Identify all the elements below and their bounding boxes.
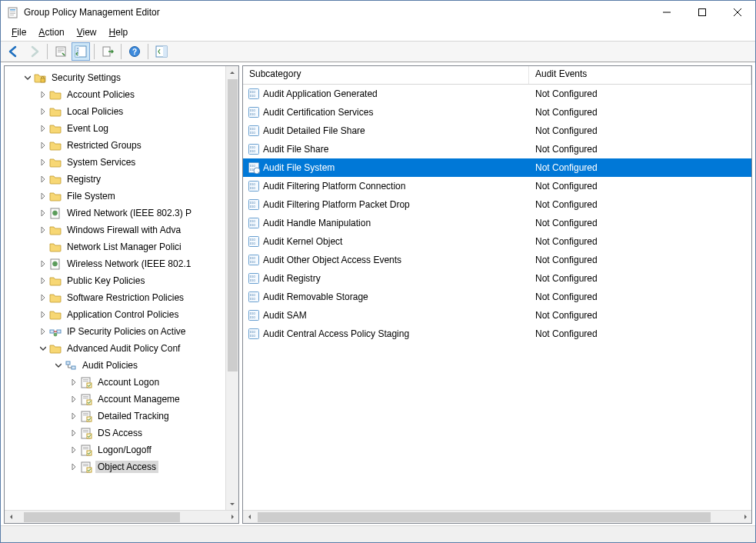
scroll-left-button[interactable]	[243, 511, 256, 524]
expand-toggle-icon[interactable]	[37, 207, 49, 219]
tree-item[interactable]: DS Access	[5, 425, 225, 441]
tree-item[interactable]: Advanced Audit Policy Conf	[5, 340, 225, 357]
tree-item-security-settings[interactable]: Security Settings	[5, 69, 225, 86]
tree-item[interactable]: Audit Policies	[5, 357, 225, 374]
list-row[interactable]: Audit File SystemNot Configured	[243, 158, 751, 177]
expand-toggle-icon[interactable]	[37, 105, 49, 118]
list-row[interactable]: Audit Kernel ObjectNot Configured	[243, 232, 751, 251]
tree-item[interactable]: Application Control Policies	[5, 306, 225, 323]
tree-item[interactable]: Logon/Logoff	[5, 441, 225, 458]
list-row[interactable]: Audit Filtering Platform Packet DropNot …	[243, 195, 751, 214]
list-row[interactable]: Audit Application GeneratedNot Configure…	[243, 85, 751, 103]
scroll-track[interactable]	[18, 511, 225, 524]
menu-view[interactable]: View	[71, 25, 103, 39]
column-subcategory[interactable]: Subcategory	[243, 66, 529, 84]
tree-item[interactable]: Wired Network (IEEE 802.3) P	[5, 205, 225, 222]
tree-item[interactable]: Network List Manager Polici	[5, 238, 225, 255]
expand-toggle-icon[interactable]	[68, 376, 80, 388]
scroll-track[interactable]	[256, 511, 738, 524]
titlebar[interactable]: Group Policy Management Editor	[1, 1, 755, 24]
tree-item[interactable]: Wireless Network (IEEE 802.1	[5, 255, 225, 272]
expand-toggle-icon[interactable]	[37, 122, 49, 135]
tree-item[interactable]: Software Restriction Policies	[5, 289, 225, 306]
list-row-status: Not Configured	[529, 218, 751, 228]
tree-vertical-scrollbar[interactable]	[225, 66, 238, 510]
list-row[interactable]: Audit Detailed File ShareNot Configured	[243, 122, 751, 140]
list-row[interactable]: Audit Other Object Access EventsNot Conf…	[243, 251, 751, 269]
tree-item-label: Windows Firewall with Adva	[65, 224, 183, 236]
expand-toggle-icon[interactable]	[37, 224, 49, 236]
list-row[interactable]: Audit File ShareNot Configured	[243, 140, 751, 158]
tree-item[interactable]: File System	[5, 188, 225, 205]
toolbar-action-pane-button[interactable]	[152, 42, 171, 61]
scroll-thumb[interactable]	[24, 512, 180, 522]
expand-toggle-icon[interactable]	[37, 190, 49, 202]
list-row[interactable]: Audit RegistryNot Configured	[243, 269, 751, 288]
scroll-up-button[interactable]	[226, 66, 238, 79]
tree-scroll[interactable]: Security SettingsAccount PoliciesLocal P…	[5, 66, 225, 510]
toolbar-export-list-button[interactable]	[98, 42, 117, 61]
expand-toggle-icon[interactable]	[37, 258, 49, 270]
scroll-left-button[interactable]	[5, 511, 18, 524]
tree-item[interactable]: Event Log	[5, 120, 225, 137]
expand-toggle-icon[interactable]	[37, 342, 49, 355]
tree-item[interactable]: Registry	[5, 171, 225, 188]
tree-item[interactable]: Account Manageme	[5, 391, 225, 408]
toolbar-show-tree-button[interactable]	[72, 42, 90, 61]
list-row[interactable]: Audit Removable StorageNot Configured	[243, 288, 751, 306]
scroll-thumb[interactable]	[228, 79, 238, 371]
scroll-right-button[interactable]	[738, 511, 751, 524]
list-row[interactable]: Audit Filtering Platform ConnectionNot C…	[243, 177, 751, 195]
menu-help[interactable]: Help	[103, 25, 135, 39]
scroll-right-button[interactable]	[225, 511, 238, 524]
menu-file[interactable]: File	[5, 25, 32, 39]
scroll-thumb[interactable]	[258, 512, 711, 522]
toolbar-properties-button[interactable]	[52, 42, 70, 61]
toolbar-back-button[interactable]	[5, 42, 23, 61]
tree-horizontal-scrollbar[interactable]	[5, 510, 238, 523]
tree-item[interactable]: Windows Firewall with Adva	[5, 222, 225, 238]
expand-toggle-icon[interactable]	[37, 88, 49, 101]
list-row[interactable]: Audit Handle ManipulationNot Configured	[243, 214, 751, 232]
list-row-name: Audit Other Object Access Events	[263, 255, 401, 265]
minimize-button[interactable]	[649, 1, 684, 24]
expand-toggle-icon[interactable]	[37, 139, 49, 152]
expand-toggle-icon[interactable]	[68, 410, 80, 422]
expand-toggle-icon[interactable]	[37, 156, 49, 168]
expand-toggle-icon[interactable]	[37, 325, 49, 338]
tree-item-label: Account Logon	[95, 376, 162, 388]
list-row[interactable]: Audit Central Access Policy StagingNot C…	[243, 325, 751, 343]
scroll-track[interactable]	[226, 79, 238, 497]
tree-item[interactable]: System Services	[5, 154, 225, 171]
tree-item[interactable]: Restricted Groups	[5, 137, 225, 154]
expand-toggle-icon[interactable]	[52, 359, 65, 371]
expand-toggle-icon[interactable]	[37, 173, 49, 185]
toolbar-help-button[interactable]	[125, 42, 144, 61]
tree-item[interactable]: Object Access	[5, 458, 225, 475]
maximize-button[interactable]	[684, 1, 720, 24]
expand-toggle-icon[interactable]	[37, 308, 49, 321]
scroll-down-button[interactable]	[226, 497, 238, 510]
expand-toggle-icon[interactable]	[68, 427, 80, 439]
expand-toggle-icon[interactable]	[68, 444, 80, 456]
tree-item[interactable]: Account Policies	[5, 86, 225, 103]
column-audit-events[interactable]: Audit Events	[529, 66, 751, 84]
expand-toggle-icon[interactable]	[37, 275, 49, 287]
expand-toggle-icon[interactable]	[37, 291, 49, 304]
expand-toggle-icon[interactable]	[68, 461, 80, 473]
list-header[interactable]: Subcategory Audit Events	[243, 66, 751, 85]
toolbar-forward-button[interactable]	[25, 42, 43, 61]
tree-item[interactable]: Public Key Policies	[5, 272, 225, 289]
menu-action[interactable]: Action	[32, 25, 70, 39]
expand-toggle-icon[interactable]	[22, 72, 34, 84]
tree-item[interactable]: IP Security Policies on Active	[5, 323, 225, 340]
expand-toggle-icon[interactable]	[68, 393, 80, 405]
list-row[interactable]: Audit SAMNot Configured	[243, 306, 751, 325]
close-button[interactable]	[720, 1, 755, 24]
list-scroll[interactable]: Audit Application GeneratedNot Configure…	[243, 85, 751, 510]
list-horizontal-scrollbar[interactable]	[243, 510, 751, 523]
list-row[interactable]: Audit Certification ServicesNot Configur…	[243, 103, 751, 122]
tree-item[interactable]: Local Policies	[5, 103, 225, 120]
tree-item[interactable]: Detailed Tracking	[5, 408, 225, 425]
tree-item[interactable]: Account Logon	[5, 374, 225, 391]
